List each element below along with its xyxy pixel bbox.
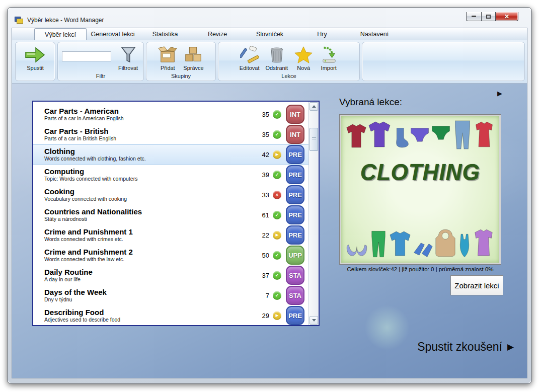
lesson-text: Crime and Punishment 1 Words connected w… <box>44 227 256 243</box>
import-button[interactable]: Import <box>316 44 341 72</box>
odstranit-button[interactable]: Odstranit <box>263 44 291 72</box>
list-scrollbar[interactable] <box>308 102 319 325</box>
import-label: Import <box>321 65 337 71</box>
thumb-grip <box>312 137 316 139</box>
lesson-word-count: 35 <box>256 111 269 118</box>
close-button[interactable]: ✕ <box>495 12 518 21</box>
lesson-text: Daily Routine A day in our life <box>44 268 256 283</box>
trunks-icon <box>430 124 451 141</box>
level-badge: INT <box>286 105 304 124</box>
zobrazit-lekci-button[interactable]: Zobrazit lekci <box>450 275 503 295</box>
lesson-title: Countries and Nationalities <box>44 207 256 216</box>
lesson-description: A day in our life <box>44 276 256 283</box>
tab-hry[interactable]: Hry <box>296 28 348 40</box>
toolbar-group-empty <box>362 42 525 81</box>
bra-icon <box>345 244 368 259</box>
group-label-filtr: Filtr <box>58 73 143 81</box>
arrow-up-icon <box>312 105 316 108</box>
minimize-button[interactable] <box>466 12 481 21</box>
tab-slovnicek[interactable]: Slovníček <box>244 28 296 40</box>
close-icon: ✕ <box>504 13 509 20</box>
lesson-text: Clothing Words connected with clothing, … <box>44 147 256 162</box>
tab-vyber-lekci[interactable]: Výběr lekcí <box>34 28 87 40</box>
tab-generovat-lekci[interactable]: Generovat lekci <box>87 28 139 40</box>
level-badge: UPP <box>286 246 304 265</box>
briefs-icon <box>409 126 430 143</box>
lesson-row[interactable]: Daily Routine A day in our life 37 ✓ STA <box>33 265 308 285</box>
lesson-row[interactable]: Countries and Nationalities Státy a náro… <box>33 205 308 225</box>
window-content: Výběr lekcí Generovat lekci Statistika R… <box>12 28 527 378</box>
lesson-image: CLOTHING <box>341 116 499 263</box>
lesson-word-count: 37 <box>256 272 269 279</box>
spravce-button[interactable]: Správce <box>180 44 206 72</box>
group-label-run <box>16 73 55 81</box>
hoodie-icon <box>434 227 457 259</box>
lesson-row[interactable]: Car Parts - British Parts of a car in Br… <box>33 124 308 144</box>
stacked-boxes-icon <box>184 45 203 64</box>
edit-tools-icon <box>240 45 259 64</box>
spustit-zkouseni-button[interactable]: Spustit zkoušení ▶ <box>417 340 514 354</box>
trash-icon <box>268 45 286 64</box>
pridat-button[interactable]: Přidat <box>155 44 180 72</box>
sweater-icon <box>367 118 392 150</box>
lesson-list: Car Parts - American Parts of a car in A… <box>32 101 320 326</box>
toolbar-group-lekce: Editovat Odstranit N <box>218 42 360 81</box>
level-badge: PRE <box>286 165 304 184</box>
tab-statistika[interactable]: Statistika <box>139 28 191 40</box>
lesson-word-count: 22 <box>256 231 269 239</box>
lesson-row[interactable]: Crime and Punishment 1 Words connected w… <box>33 225 308 245</box>
tab-bar: Výběr lekcí Generovat lekci Statistika R… <box>12 28 527 40</box>
lesson-status-icon: ▶ <box>273 311 281 320</box>
lesson-status-icon: ✓ <box>273 211 281 219</box>
window-controls: ✕ <box>466 12 518 21</box>
lesson-image-frame: CLOTHING <box>339 114 501 265</box>
import-arrow-icon <box>319 45 338 64</box>
coat-icon <box>473 119 495 150</box>
lesson-row[interactable]: Car Parts - American Parts of a car in A… <box>33 104 308 124</box>
lesson-row[interactable]: Describing Food Adjectives used to descr… <box>33 305 308 325</box>
lesson-title: Describing Food <box>44 308 256 317</box>
lesson-row[interactable]: Days of the Week Dny v týdnu 7 ✓ STA <box>33 285 308 305</box>
striped-shirt-icon <box>345 121 367 150</box>
open-box-icon <box>158 45 177 64</box>
lesson-description: Dny v týdnu <box>44 296 256 303</box>
toolbar: Spustit Filtrovat Filtr <box>12 40 527 84</box>
clothes-row-top <box>341 118 499 150</box>
editovat-button[interactable]: Editovat <box>237 44 263 72</box>
scroll-up-button[interactable] <box>310 102 318 111</box>
lesson-row[interactable]: Crime and Punishment 2 Words connected w… <box>33 245 308 265</box>
swimsuit-icon <box>457 232 472 259</box>
toolbar-group-run: Spustit <box>15 42 55 81</box>
filtrovat-button[interactable]: Filtrovat <box>115 44 141 72</box>
lesson-status-icon: × <box>273 191 281 199</box>
lesson-title: Crime and Punishment 2 <box>44 248 256 256</box>
nova-label: Nová <box>297 65 310 71</box>
nova-button[interactable]: Nová <box>291 44 316 72</box>
lesson-stats: Celkem slovíček:42 | již použito: 0 | pr… <box>339 266 501 272</box>
scroll-down-button[interactable] <box>310 316 318 325</box>
level-badge: INT <box>286 125 304 144</box>
funnel-icon <box>120 45 137 64</box>
lesson-row[interactable]: Cooking Vocabulary connected with cookin… <box>33 185 308 205</box>
spustit-button[interactable]: Spustit <box>21 44 49 72</box>
main-area: ▶ Car Parts - American Parts of a car in… <box>12 84 527 378</box>
pridat-label: Přidat <box>161 65 175 71</box>
spravce-label: Správce <box>183 65 203 71</box>
filtrovat-label: Filtrovat <box>118 65 138 71</box>
lesson-row[interactable]: Computing Topic: Words connected with co… <box>33 165 308 185</box>
filter-input[interactable] <box>62 51 111 61</box>
minimize-icon <box>472 16 476 17</box>
toolbar-group-filtr: Filtrovat Filtr <box>57 42 144 81</box>
lesson-title: Car Parts - British <box>44 127 256 135</box>
lesson-status-icon: ✓ <box>273 130 281 139</box>
shoes-icon <box>412 240 433 259</box>
tab-revize[interactable]: Revize <box>191 28 244 40</box>
maximize-button[interactable] <box>481 12 495 21</box>
collapse-panel-arrow[interactable]: ▶ <box>497 90 502 97</box>
tab-nastaveni[interactable]: Nastavení <box>348 28 401 40</box>
lesson-title: Daily Routine <box>44 268 256 276</box>
bathrobe-icon <box>472 227 495 259</box>
scrollbar-thumb[interactable] <box>310 128 318 151</box>
level-badge: STA <box>286 286 304 305</box>
lesson-row[interactable]: Clothing Words connected with clothing, … <box>33 144 308 165</box>
